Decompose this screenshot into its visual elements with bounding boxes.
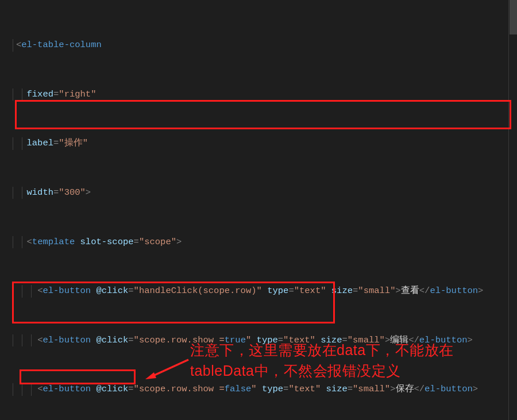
- annotation-text: 注意下，这里需要放在data下，不能放在tableData中，不然会报错没定义: [190, 340, 512, 381]
- code-line[interactable]: <el-button @click="scope.row.show =false…: [0, 383, 509, 395]
- code-line[interactable]: label="操作": [0, 137, 509, 149]
- code-line[interactable]: width="300">: [0, 187, 509, 199]
- scrollbar-thumb[interactable]: [510, 0, 517, 34]
- code-line[interactable]: <template slot-scope="scope">: [0, 236, 509, 248]
- code-editor[interactable]: <el-table-column fixed="right" label="操作…: [0, 0, 517, 420]
- code-line[interactable]: fixed="right": [0, 88, 509, 101]
- svg-line-0: [149, 360, 188, 377]
- annotation-arrow-icon: [144, 359, 190, 380]
- svg-marker-1: [145, 372, 156, 379]
- code-line[interactable]: <el-button @click="handleClick(scope.row…: [0, 285, 509, 297]
- code-line[interactable]: <el-table-column: [0, 39, 509, 51]
